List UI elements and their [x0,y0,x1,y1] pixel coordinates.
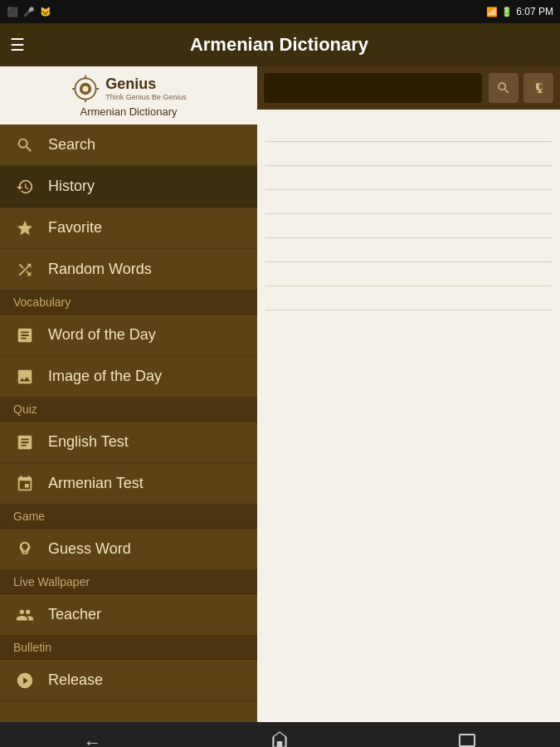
sidebar-item-random-words[interactable]: Random Words [0,249,257,290]
voice-button-icon [531,81,546,95]
content-lines [257,110,560,722]
section-vocabulary: Vocabulary [0,290,257,315]
random-words-label: Random Words [48,261,152,278]
status-icons-right: 📶 🔋 6:07 PM [486,6,553,17]
image-icon [13,365,37,388]
content-line [265,213,552,214]
sidebar-item-release[interactable]: Release [0,660,257,701]
history-icon [13,175,37,198]
svg-point-2 [83,85,89,91]
status-bar: ⬛ 🎤 🐱 📶 🔋 6:07 PM [0,0,560,23]
search-input-wrapper[interactable] [264,73,482,103]
brand-name: Genius [105,76,187,93]
star-icon [13,217,37,240]
sidebar-item-guess-word[interactable]: Guess Word [0,529,257,570]
cat-icon: 🐱 [40,7,51,17]
content-line [265,165,552,166]
english-test-icon [13,431,37,454]
sidebar-item-favorite[interactable]: Favorite [0,208,257,249]
home-button[interactable] [252,723,307,747]
armenian-test-icon [13,472,37,496]
teacher-icon [13,603,37,627]
word-of-day-label: Word of the Day [48,326,156,344]
section-quiz: Quiz [0,398,257,422]
app-name-logo: Armenian Dictionary [80,105,177,118]
svg-rect-8 [460,735,475,746]
content-line [265,189,552,190]
english-test-label: English Test [48,433,129,451]
signal-icon: 📶 [486,7,498,17]
mic-icon: 🎤 [23,7,35,17]
teacher-label: Teacher [48,606,101,623]
search-label: Search [48,136,95,154]
search-icon [13,134,37,157]
sidebar-item-teacher[interactable]: Teacher [0,594,257,636]
logo-icon [71,74,100,104]
search-button-icon [496,81,511,95]
sidebar-item-image-of-day[interactable]: Image of the Day [0,356,257,398]
logo-text: Genius Think Genius Be Genius [105,76,187,101]
section-bulletin: Bulletin [0,636,257,660]
home-icon [269,730,290,747]
release-label: Release [48,671,103,689]
battery-icon: 🔋 [501,7,513,17]
hamburger-menu-icon[interactable]: ☰ [10,35,25,55]
content-line [265,261,552,262]
logo-row: Genius Think Genius Be Genius [71,74,187,104]
sidebar-item-history[interactable]: History [0,166,257,208]
content-line [265,286,552,286]
sidebar-item-search[interactable]: Search [0,124,257,166]
sidebar: Genius Think Genius Be Genius Armenian D… [0,66,257,722]
content-area [257,66,560,722]
section-game: Game [0,505,257,529]
armenian-test-label: Armenian Test [48,475,144,492]
search-input[interactable] [272,81,474,95]
time-display: 6:07 PM [516,6,553,17]
nav-bar: ← [0,722,560,747]
sidebar-item-word-of-day[interactable]: Word of the Day [0,315,257,356]
bulb-icon [13,538,37,561]
search-button[interactable] [489,73,519,103]
back-button[interactable]: ← [67,725,119,747]
status-icons-left: ⬛ 🎤 🐱 [7,7,51,17]
history-label: History [48,178,95,195]
section-live-wallpaper: Live Wallpaper [0,570,257,594]
content-line [265,237,552,238]
shuffle-icon [13,258,37,281]
favorite-label: Favorite [48,219,102,237]
release-icon [13,669,37,692]
svg-rect-7 [276,741,282,747]
sidebar-item-armenian-test[interactable]: Armenian Test [0,463,257,505]
sidebar-item-english-test[interactable]: English Test [0,422,257,463]
brand-tagline: Think Genius Be Genius [105,93,187,101]
app-title: Armenian Dictionary [38,34,520,56]
guess-word-label: Guess Word [48,540,131,558]
logo-area: Genius Think Genius Be Genius Armenian D… [0,66,257,124]
usb-icon: ⬛ [7,7,18,17]
content-line [265,310,552,310]
word-icon [13,324,37,347]
main-container: Genius Think Genius Be Genius Armenian D… [0,66,560,722]
recents-icon [457,730,477,747]
search-bar [257,66,560,110]
content-line [265,141,552,142]
image-of-day-label: Image of the Day [48,368,162,385]
app-bar: ☰ Armenian Dictionary [0,23,560,66]
recents-button[interactable] [441,724,494,747]
voice-button[interactable] [523,73,553,103]
